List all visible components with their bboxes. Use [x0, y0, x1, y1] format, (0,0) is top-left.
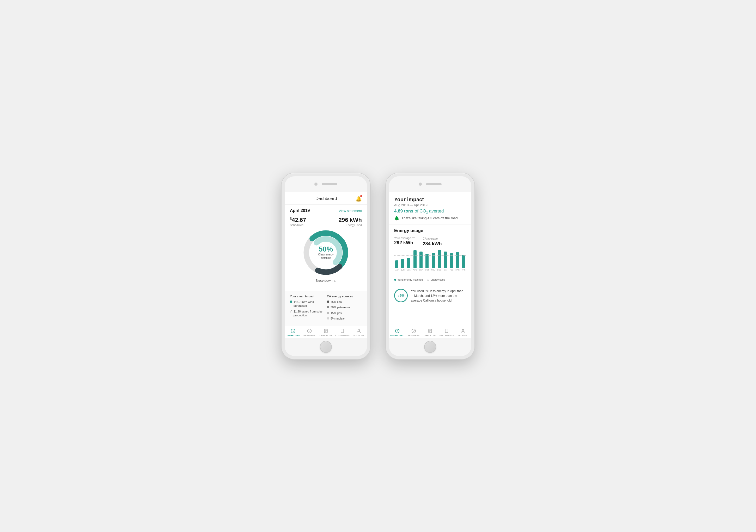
your-avg-value: 292 kWh: [394, 240, 415, 245]
energy-label: Energy used: [338, 223, 362, 227]
bar-label: APR: [462, 269, 465, 271]
ca-energy-nuclear: 5% nuclear: [327, 317, 362, 320]
ca-energy-col: CA energy sources 45% coal 30% petroleum…: [327, 295, 362, 322]
dashboard-icon-1: [290, 328, 296, 334]
tree-icon: 🌲: [394, 215, 399, 220]
bar-label: NOV: [431, 269, 435, 271]
avg-dash: —: [439, 237, 443, 241]
nav-label-features-1: FEATURES: [304, 334, 315, 337]
account-icon-2: [460, 328, 466, 334]
ca-energy-petroleum: 30% petroleum: [327, 305, 362, 309]
donut-label: Clean energymatching: [318, 253, 334, 260]
nav-checklist-1[interactable]: CHECKLIST: [317, 328, 334, 337]
nav-label-statements-2: STATEMENTS: [439, 334, 454, 337]
phone-1-inner: Dashboard 🔔 April 2019 View statement: [285, 176, 367, 356]
home-button-2[interactable]: [424, 341, 436, 353]
your-avg-block: Your average ••• 292 kWh: [394, 237, 415, 247]
phone-1-camera: [314, 183, 317, 186]
donut-center: 50% Clean energymatching: [318, 245, 334, 260]
dashboard-header: Dashboard 🔔: [285, 192, 367, 205]
nuclear-dot: [327, 317, 329, 319]
solar-dot: [290, 310, 292, 313]
nav-label-statements-1: STATEMENTS: [335, 334, 350, 337]
chart-reference-line: [394, 255, 466, 256]
your-bar: [438, 250, 441, 268]
avg-row: Your average ••• 292 kWh CA average — 28…: [394, 237, 466, 247]
bar-group: SEP: [418, 252, 423, 271]
bar-group: OCT: [425, 254, 430, 270]
stats-row: $42.67 Scheduled 296 kWh Energy used: [290, 217, 362, 227]
bottom-nav-1: DASHBOARD FEATURES C: [285, 326, 367, 338]
bar-label: MAR: [455, 269, 460, 271]
view-statement-link[interactable]: View statement: [338, 209, 362, 213]
nav-dashboard-2[interactable]: DASHBOARD: [389, 328, 405, 337]
ca-avg-label: CA average —: [423, 237, 443, 241]
amount-label: Scheduled: [290, 223, 306, 227]
nav-label-checklist-1: CHECKLIST: [320, 334, 332, 337]
legend-wind: Wind energy matched: [394, 278, 423, 281]
info-card-text: You used 5% less energy in April than in…: [411, 289, 466, 303]
energy-section-title: Energy usage: [394, 228, 466, 233]
statements-icon-1: [340, 328, 345, 334]
bar-group: JUL: [406, 258, 411, 271]
notification-bell[interactable]: 🔔: [355, 195, 362, 202]
percent-circle: ↓ 5%: [394, 289, 408, 302]
nav-label-dashboard-1: DASHBOARD: [286, 334, 300, 337]
your-bar: [462, 255, 465, 268]
legend-energy: Energy used: [427, 278, 445, 281]
month-row: April 2019 View statement: [290, 208, 362, 213]
notification-dot: [360, 195, 362, 197]
nav-label-checklist-2: CHECKLIST: [424, 334, 436, 337]
energy-value: 296 kWh: [338, 217, 362, 223]
bar-label: OCT: [425, 269, 429, 271]
bar-group: DEC: [437, 250, 442, 271]
account-icon-1: [356, 328, 361, 334]
wind-dot: [290, 300, 292, 303]
bar-label: FEB: [450, 269, 453, 271]
bar-label: DEC: [438, 269, 441, 271]
nav-dashboard-1[interactable]: DASHBOARD: [285, 328, 301, 337]
amount-value: $42.67: [290, 217, 306, 223]
bar-group: JAN: [443, 252, 448, 271]
your-bar: [419, 252, 422, 268]
energy-stat: 296 kWh Energy used: [338, 217, 362, 227]
breakdown-label[interactable]: Breakdown ▲: [290, 279, 362, 283]
legend-wind-dot: [394, 279, 396, 281]
donut-percent: 50%: [318, 245, 334, 253]
donut-chart-container: 50% Clean energymatching: [290, 229, 362, 276]
percent-circle-text: ↓ 5%: [397, 294, 405, 297]
energy-usage-section: Energy usage Your average ••• 292 kWh CA…: [389, 224, 471, 285]
impact-item-wind: 143.7 kWh wind purchased: [290, 300, 325, 308]
bar-label: JUL: [407, 269, 410, 271]
bar-group: AUG: [413, 250, 418, 271]
legend-energy-dot: [427, 279, 429, 281]
cars-text: That's like taking 4.3 cars off the road: [401, 216, 457, 220]
features-icon-1: [307, 328, 312, 334]
bottom-nav-2: DASHBOARD FEATURES C: [389, 326, 471, 338]
petroleum-dot: [327, 306, 329, 308]
nav-checklist-2[interactable]: CHECKLIST: [422, 328, 438, 337]
impact-date-range: Aug 2018 — Apr 2019: [394, 203, 466, 207]
your-bar: [425, 254, 429, 268]
coal-dot: [327, 300, 329, 303]
ca-energy-gas: 15% gas: [327, 311, 362, 315]
avg-dots: •••: [412, 237, 415, 239]
nav-features-1[interactable]: FEATURES: [301, 328, 317, 337]
phone-2-inner: Your impact Aug 2018 — Apr 2019 4.89 ton…: [389, 176, 471, 356]
bar-group: APR: [461, 255, 466, 271]
phone-2-bottom: [389, 338, 471, 356]
ca-avg-value: 284 kWh: [423, 241, 443, 247]
chart-legend: Wind energy matched Energy used: [394, 278, 466, 281]
impact-co2: 4.89 tons of CO2 averted: [394, 209, 466, 214]
nav-statements-2[interactable]: STATEMENTS: [439, 328, 455, 337]
nav-account-2[interactable]: ACCOUNT: [455, 328, 471, 337]
nav-statements-1[interactable]: STATEMENTS: [334, 328, 351, 337]
nav-features-2[interactable]: FEATURES: [405, 328, 422, 337]
nav-account-1[interactable]: ACCOUNT: [351, 328, 367, 337]
clean-impact-col: Your clean impact 143.7 kWh wind purchas…: [290, 295, 325, 322]
your-bar: [444, 252, 447, 268]
your-avg-label: Your average •••: [394, 237, 415, 240]
home-button-1[interactable]: [320, 341, 332, 353]
impact-header: Your impact Aug 2018 — Apr 2019 4.89 ton…: [389, 192, 471, 224]
bar-group: JUN: [400, 259, 405, 271]
